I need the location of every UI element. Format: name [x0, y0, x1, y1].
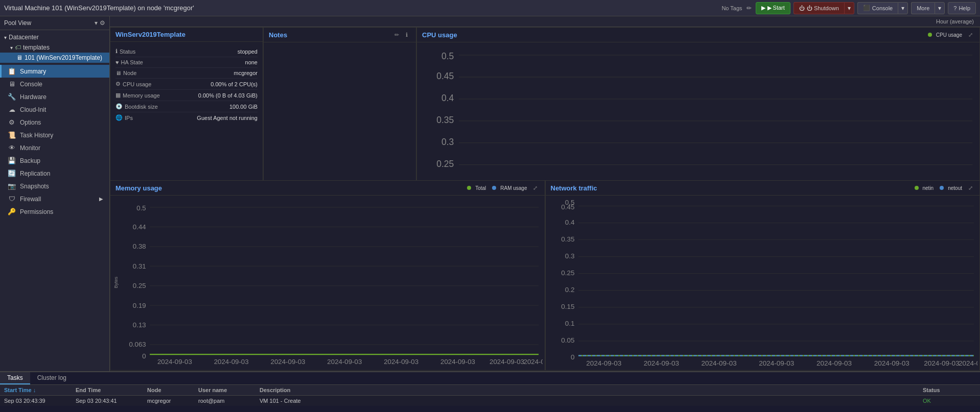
bottom-tabs: Tasks Cluster log: [0, 372, 980, 385]
memory-total-dot: [467, 186, 471, 190]
disk-icon: 💿: [115, 103, 123, 110]
summary-icon: 📋: [8, 67, 16, 75]
tree-templates[interactable]: ▾ 🏷 templates: [0, 42, 109, 53]
firewall-icon: 🛡: [8, 195, 16, 203]
desc-header[interactable]: Description: [255, 385, 919, 395]
svg-text:0: 0: [142, 352, 146, 360]
nav-permissions[interactable]: 🔑 Permissions: [0, 205, 109, 218]
status-icon: ℹ: [115, 48, 118, 55]
svg-text:0.35: 0.35: [561, 235, 574, 243]
console-dropdown[interactable]: ▾: [898, 2, 908, 14]
memory-legend: Total RAM usage: [467, 185, 527, 191]
network-chart-title: Network traffic: [551, 184, 597, 192]
tree-datacenter[interactable]: ▾ Datacenter: [0, 32, 109, 42]
start-time-header[interactable]: Start Time ↓: [0, 385, 72, 395]
task-history-icon: 📜: [8, 131, 16, 139]
hardware-icon: 🔧: [8, 93, 16, 101]
netin-label: netin: [923, 185, 934, 191]
no-tags-label: No Tags: [721, 5, 742, 11]
task-history-label: Task History: [20, 132, 53, 139]
svg-text:2024-09-03: 2024-09-03: [157, 358, 192, 366]
ips-value: Guest Agent not running: [177, 115, 258, 121]
svg-text:2024-09-03: 2024-09-03: [586, 359, 621, 367]
network-chart-svg: 0 0.05 0.1 0.15 0.2 0.25 0.3 0.35 0.4 0.…: [548, 198, 978, 368]
start-button[interactable]: ▶ ▶ Start: [756, 2, 790, 14]
cpu-chart-expand[interactable]: ⤢: [966, 31, 974, 39]
memory-chart-body: Bytes 0 0.063 0.13 0.19: [110, 196, 545, 370]
datacenter-label: Datacenter: [9, 34, 39, 41]
more-label: More: [917, 5, 929, 11]
tree-vm[interactable]: 🖥 101 (WinServ2019Template): [0, 53, 109, 63]
svg-text:0.15: 0.15: [561, 303, 574, 310]
cpu-value: 0.00% of 2 CPU(s): [177, 81, 258, 87]
status-header[interactable]: Status: [919, 385, 980, 395]
memory-chart-expand[interactable]: ⤢: [531, 184, 540, 192]
svg-text:0.19: 0.19: [133, 302, 146, 309]
topbar: Virtual Machine 101 (WinServ2019Template…: [0, 0, 980, 16]
shutdown-button[interactable]: ⏻ ⏻ Shutdown: [794, 2, 844, 14]
user-header[interactable]: User name: [194, 385, 255, 395]
vm-label: 101 (WinServ2019Template): [25, 54, 102, 61]
templates-label: templates: [23, 44, 50, 51]
nav-cloud-init[interactable]: ☁ Cloud-Init: [0, 103, 109, 116]
console-button[interactable]: ⬛ Console: [857, 2, 898, 14]
end-time-header[interactable]: End Time: [72, 385, 143, 395]
shutdown-dropdown[interactable]: ▾: [844, 2, 854, 14]
vm-info-title: WinServ2019Template: [115, 31, 185, 38]
help-icon: ?: [953, 5, 956, 11]
nav-task-history[interactable]: 📜 Task History: [0, 129, 109, 141]
more-dropdown[interactable]: ▾: [935, 2, 945, 14]
nav-options[interactable]: ⚙ Options: [0, 116, 109, 129]
nav-console[interactable]: 🖥 Console: [0, 78, 109, 90]
svg-text:0.1: 0.1: [565, 320, 574, 327]
network-chart-header: Network traffic netin netout ⤢: [546, 181, 980, 196]
node-header[interactable]: Node: [143, 385, 194, 395]
nav-snapshots[interactable]: 📷 Snapshots: [0, 180, 109, 192]
cluster-log-tab[interactable]: Cluster log: [30, 372, 74, 384]
mem-icon: ▦: [115, 92, 121, 99]
pool-view-dropdown[interactable]: ▾: [95, 19, 98, 27]
cpu-legend-dot: [928, 33, 932, 37]
svg-text:2024-09-03: 2024-09-03: [759, 359, 794, 367]
svg-text:0.25: 0.25: [436, 159, 454, 169]
pool-view-gear-icon[interactable]: ⚙: [100, 19, 105, 27]
svg-text:0.44: 0.44: [133, 223, 146, 231]
tasks-tab[interactable]: Tasks: [0, 372, 30, 384]
pencil-icon[interactable]: ✏: [746, 5, 752, 12]
nav-backup[interactable]: 💾 Backup: [0, 154, 109, 167]
vm-info-node-row: 🖥 Node mcgregor: [115, 68, 258, 79]
nav-hardware[interactable]: 🔧 Hardware: [0, 90, 109, 103]
svg-text:2024-09-03: 2024-09-03: [440, 358, 475, 366]
nav-firewall[interactable]: 🛡 Firewall ▶: [0, 192, 109, 205]
svg-text:2024-0: 2024-0: [958, 359, 977, 367]
svg-text:2024-0: 2024-0: [524, 358, 543, 366]
backup-label: Backup: [20, 157, 40, 164]
snapshots-icon: 📷: [8, 182, 16, 190]
options-label: Options: [20, 119, 41, 126]
memory-total-label: Total: [475, 185, 486, 191]
svg-text:0.3: 0.3: [565, 252, 574, 260]
tasks-header-row: Start Time ↓ End Time Node User name Des…: [0, 385, 980, 396]
network-chart-expand[interactable]: ⤢: [966, 184, 974, 192]
more-button[interactable]: More: [911, 2, 935, 14]
vm-info-status-row: ℹ Status stopped: [115, 46, 258, 57]
nav-replication[interactable]: 🔄 Replication: [0, 167, 109, 180]
svg-text:0.38: 0.38: [133, 243, 146, 250]
vm-icon: 🖥: [16, 54, 22, 61]
notes-edit-button[interactable]: ✏: [392, 31, 401, 39]
pool-view-header: Pool View ▾ ⚙: [0, 16, 109, 30]
netout-dot: [940, 186, 944, 190]
notes-info-button[interactable]: ℹ: [403, 31, 411, 39]
backup-icon: 💾: [8, 157, 16, 164]
memory-chart-title: Memory usage: [115, 184, 162, 192]
nav-summary[interactable]: 📋 Summary: [0, 65, 109, 78]
notes-header: Notes ✏ ℹ: [264, 28, 416, 42]
help-button[interactable]: ? Help: [948, 2, 976, 14]
node-value: mcgregor: [177, 70, 258, 76]
nav-monitor[interactable]: 👁 Monitor: [0, 141, 109, 154]
summary-label: Summary: [20, 68, 46, 75]
snapshots-label: Snapshots: [20, 183, 49, 190]
svg-text:0.13: 0.13: [133, 321, 146, 329]
svg-text:0.25: 0.25: [133, 282, 146, 289]
svg-text:0: 0: [571, 353, 575, 361]
